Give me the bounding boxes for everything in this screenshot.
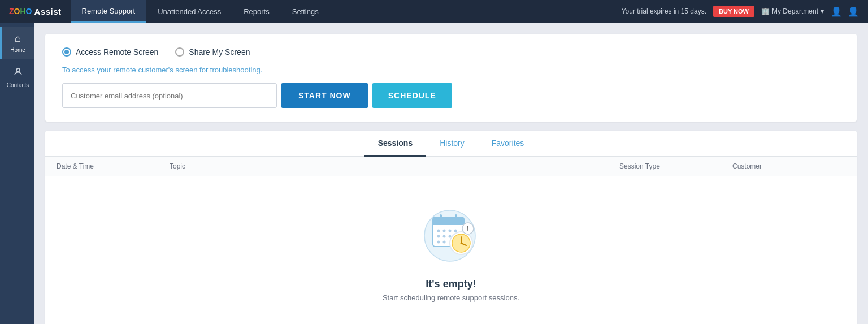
sessions-card: Sessions History Favorites Date & Time T… <box>45 131 857 324</box>
sessions-tabs: Sessions History Favorites <box>45 131 857 157</box>
buy-now-button[interactable]: BUY NOW <box>713 6 754 17</box>
svg-point-0 <box>16 68 20 72</box>
table-header: Date & Time Topic Session Type Customer <box>45 157 857 176</box>
sidebar: ⌂ Home Contacts <box>0 23 34 324</box>
topnav-right: Your trial expires in 15 days. BUY NOW 🏢… <box>622 6 868 17</box>
logo-h: H <box>20 7 25 16</box>
user-add-icon[interactable]: 👤 <box>831 6 842 17</box>
svg-point-7 <box>437 230 440 232</box>
svg-point-10 <box>454 230 457 232</box>
tab-history[interactable]: History <box>426 131 478 157</box>
department-name: My Department <box>772 7 818 15</box>
nav-tabs: Remote Support Unattended Access Reports… <box>71 0 330 23</box>
sidebar-item-home[interactable]: ⌂ Home <box>0 27 34 59</box>
radio-circle-share <box>175 47 184 57</box>
nav-tab-settings[interactable]: Settings <box>281 0 330 23</box>
svg-rect-5 <box>440 214 442 220</box>
svg-point-11 <box>437 235 440 238</box>
tab-sessions[interactable]: Sessions <box>364 131 426 157</box>
radio-label-share: Share My Screen <box>189 47 250 57</box>
app-name: Assist <box>34 7 61 16</box>
logo-o1: O <box>14 7 20 16</box>
sidebar-label-contacts: Contacts <box>7 82 29 88</box>
email-input[interactable] <box>62 83 277 108</box>
user-icons: 👤 👤 <box>831 6 859 17</box>
empty-state: ! It's empty! Start scheduling remote su… <box>45 176 857 324</box>
radio-share-screen[interactable]: Share My Screen <box>175 47 250 57</box>
logo-z: Z <box>9 7 14 16</box>
zoho-logo: Z O H O <box>9 7 32 16</box>
top-card: Access Remote Screen Share My Screen To … <box>45 34 857 122</box>
description-text: To access your remote customer's screen … <box>62 66 840 74</box>
sidebar-label-home: Home <box>10 47 25 53</box>
svg-rect-4 <box>433 221 464 225</box>
svg-point-9 <box>449 230 452 232</box>
col-topic: Topic <box>170 162 619 170</box>
department-selector[interactable]: 🏢 My Department ▾ <box>761 7 824 15</box>
trial-text: Your trial expires in 15 days. <box>622 7 706 15</box>
empty-illustration: ! <box>417 199 485 267</box>
contacts-icon <box>13 67 23 80</box>
svg-rect-6 <box>455 214 457 220</box>
logo-area: Z O H O Assist <box>0 0 71 23</box>
svg-point-16 <box>443 241 446 244</box>
schedule-button[interactable]: SCHEDULE <box>372 83 452 108</box>
start-now-button[interactable]: START NOW <box>281 83 368 108</box>
svg-point-12 <box>443 235 446 238</box>
building-icon: 🏢 <box>761 7 770 15</box>
nav-tab-remote-support[interactable]: Remote Support <box>71 0 147 23</box>
radio-circle-access <box>62 47 71 57</box>
col-customer: Customer <box>732 162 845 170</box>
radio-access-remote[interactable]: Access Remote Screen <box>62 47 158 57</box>
empty-title: It's empty! <box>426 278 476 290</box>
nav-tab-reports[interactable]: Reports <box>232 0 281 23</box>
svg-text:!: ! <box>467 225 469 233</box>
logo-o2: O <box>26 7 32 16</box>
sidebar-item-contacts[interactable]: Contacts <box>0 61 34 94</box>
col-session-type: Session Type <box>619 162 732 170</box>
empty-subtitle: Start scheduling remote support sessions… <box>383 293 519 302</box>
main-content: Access Remote Screen Share My Screen To … <box>34 23 868 324</box>
col-date-time: Date & Time <box>57 162 170 170</box>
radio-label-access: Access Remote Screen <box>76 47 158 57</box>
top-navigation: Z O H O Assist Remote Support Unattended… <box>0 0 868 23</box>
home-icon: ⌂ <box>15 33 21 45</box>
main-layout: ⌂ Home Contacts Access Remote Screen <box>0 23 868 324</box>
svg-point-15 <box>437 241 440 244</box>
chevron-down-icon: ▾ <box>821 7 824 15</box>
tab-favorites[interactable]: Favorites <box>478 131 538 157</box>
radio-group: Access Remote Screen Share My Screen <box>62 47 840 57</box>
action-row: START NOW SCHEDULE <box>62 83 840 108</box>
account-icon[interactable]: 👤 <box>848 6 859 17</box>
svg-point-8 <box>443 230 446 232</box>
nav-tab-unattended-access[interactable]: Unattended Access <box>146 0 232 23</box>
